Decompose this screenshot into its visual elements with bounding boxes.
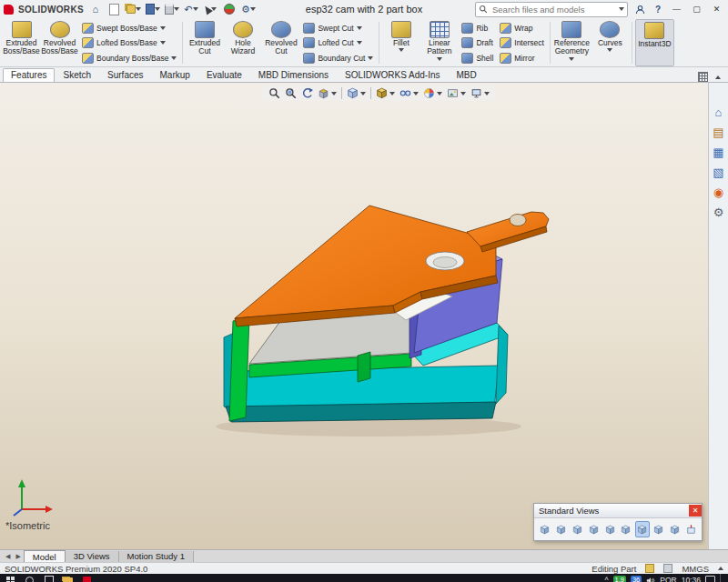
- tray-badge-green[interactable]: 1.9: [613, 576, 626, 582]
- start-button[interactable]: [2, 574, 19, 582]
- close-button[interactable]: ✕: [709, 5, 724, 14]
- extruded-cut-button[interactable]: Extruded Cut: [186, 19, 223, 66]
- clock[interactable]: 10:36: [682, 576, 701, 582]
- view-back-button[interactable]: [554, 521, 569, 537]
- tab-mbd-dimensions[interactable]: MBD Dimensions: [250, 68, 337, 82]
- tab-features[interactable]: Features: [3, 68, 55, 82]
- solidworks-taskbar-button[interactable]: [78, 574, 96, 582]
- tab-markup[interactable]: Markup: [152, 68, 198, 82]
- appearances-scenes-icon[interactable]: ◉: [713, 186, 723, 198]
- lofted-cut-button[interactable]: Lofted Cut: [301, 37, 375, 49]
- save-button[interactable]: [146, 3, 160, 16]
- model-3d-view[interactable]: [0, 83, 728, 549]
- extruded-boss-base-button[interactable]: Extruded Boss/Base: [3, 19, 40, 66]
- hide-show-items-button[interactable]: [399, 87, 419, 99]
- view-orientation-button[interactable]: [347, 87, 366, 99]
- display-style-button[interactable]: [376, 87, 395, 99]
- view-dimetric-button[interactable]: [667, 521, 682, 537]
- view-left-button[interactable]: [571, 521, 585, 537]
- view-right-button[interactable]: [586, 521, 601, 537]
- custom-properties-icon[interactable]: ⚙: [713, 206, 724, 218]
- camera-cylinder[interactable]: [426, 252, 464, 270]
- tab-surfaces[interactable]: Surfaces: [99, 68, 151, 82]
- revolved-cut-button[interactable]: Revolved Cut: [262, 19, 299, 66]
- login-button[interactable]: [632, 3, 647, 16]
- view-palette-icon[interactable]: ▧: [713, 166, 723, 178]
- taskbar-search-button[interactable]: [21, 574, 38, 582]
- reference-geometry-button[interactable]: Reference Geometry: [553, 19, 591, 66]
- shell-button[interactable]: Shell: [460, 52, 495, 64]
- zoom-to-area-button[interactable]: [285, 87, 297, 99]
- linear-pattern-button[interactable]: Linear Pattern: [420, 19, 458, 66]
- standard-views-close-button[interactable]: ✕: [689, 505, 702, 517]
- tab-3d-views[interactable]: 3D Views: [66, 551, 119, 562]
- view-isometric-button[interactable]: [635, 521, 650, 537]
- graphics-area[interactable]: ⌂ ▤ ▦ ▧ ◉ ⚙ Standard Views ✕: [0, 83, 728, 549]
- action-center-icon[interactable]: [705, 576, 715, 582]
- next-tab-arrow[interactable]: ▶: [13, 553, 23, 560]
- home-button[interactable]: ⌂: [88, 3, 103, 16]
- maximize-button[interactable]: ▢: [689, 5, 704, 14]
- view-top-button[interactable]: [602, 521, 617, 537]
- revolved-boss-base-button[interactable]: Revolved Boss/Base: [41, 19, 78, 66]
- rib-button[interactable]: Rib: [460, 22, 495, 34]
- edit-appearance-button[interactable]: [423, 87, 442, 99]
- swept-cut-button[interactable]: Swept Cut: [301, 22, 375, 34]
- collapse-ribbon-icon[interactable]: [715, 75, 721, 79]
- ribbon-display-options-icon[interactable]: [698, 72, 708, 82]
- section-view-button[interactable]: [318, 87, 337, 99]
- tray-badge-blue[interactable]: 36: [631, 576, 642, 582]
- file-explorer-taskbar-button[interactable]: [59, 574, 76, 582]
- view-bottom-button[interactable]: [619, 521, 633, 537]
- volume-icon[interactable]: [646, 577, 655, 582]
- view-front-button[interactable]: [538, 521, 552, 537]
- intersect-button[interactable]: Intersect: [498, 37, 546, 49]
- search-input[interactable]: [490, 4, 616, 15]
- view-settings-button[interactable]: [470, 87, 490, 99]
- boundary-boss-base-button[interactable]: Boundary Boss/Base: [80, 52, 178, 64]
- boundary-cut-button[interactable]: Boundary Cut: [301, 52, 375, 64]
- undo-button[interactable]: ↶: [184, 3, 198, 16]
- tab-sketch[interactable]: Sketch: [55, 68, 99, 82]
- tab-mbd[interactable]: MBD: [449, 68, 485, 82]
- view-normal-to-button[interactable]: [683, 521, 698, 537]
- previous-tab-arrow[interactable]: ◀: [3, 553, 13, 560]
- draft-button[interactable]: Draft: [460, 37, 495, 49]
- standard-views-titlebar[interactable]: Standard Views ✕: [534, 504, 702, 518]
- fillet-button[interactable]: Fillet: [382, 19, 420, 66]
- help-button[interactable]: ?: [652, 5, 664, 15]
- open-button[interactable]: [126, 3, 141, 16]
- instant3d-toggle[interactable]: Instant3D: [635, 19, 674, 66]
- custom-properties-tag-icon[interactable]: [645, 564, 654, 573]
- print-button[interactable]: [165, 3, 179, 16]
- sheet-properties-icon[interactable]: [663, 564, 672, 573]
- solidworks-resources-icon[interactable]: ⌂: [715, 106, 723, 118]
- rebuild-button[interactable]: [222, 3, 237, 16]
- minimize-button[interactable]: —: [669, 5, 684, 14]
- new-document-button[interactable]: [107, 3, 122, 16]
- file-explorer-icon[interactable]: ▦: [713, 146, 723, 158]
- mirror-button[interactable]: Mirror: [498, 52, 546, 64]
- expand-statusbar-icon[interactable]: [718, 567, 723, 570]
- view-trimetric-button[interactable]: [652, 521, 666, 537]
- tab-model[interactable]: Model: [24, 550, 66, 562]
- apply-scene-button[interactable]: [447, 87, 466, 99]
- curves-button[interactable]: Curves: [592, 19, 629, 66]
- search-box[interactable]: [475, 2, 628, 17]
- tab-solidworks-add-ins[interactable]: SOLIDWORKS Add-Ins: [337, 68, 448, 82]
- hole-wizard-button[interactable]: Hole Wizard: [224, 19, 261, 66]
- swept-boss-base-button[interactable]: Swept Boss/Base: [80, 22, 178, 34]
- show-hidden-icons-button[interactable]: ^: [605, 576, 609, 582]
- select-button[interactable]: [203, 3, 217, 16]
- zoom-to-fit-button[interactable]: [268, 87, 280, 99]
- show-desktop-button[interactable]: [720, 574, 723, 582]
- units-selector[interactable]: MMGS: [682, 564, 709, 574]
- tab-evaluate[interactable]: Evaluate: [198, 68, 250, 82]
- wrap-button[interactable]: Wrap: [498, 22, 546, 34]
- design-library-icon[interactable]: ▤: [713, 126, 723, 138]
- task-view-button[interactable]: [40, 574, 57, 582]
- previous-view-button[interactable]: [301, 87, 313, 99]
- lofted-boss-base-button[interactable]: Lofted Boss/Base: [80, 37, 178, 49]
- tab-motion-study-1[interactable]: Motion Study 1: [119, 551, 194, 562]
- options-button[interactable]: ⚙: [241, 3, 256, 16]
